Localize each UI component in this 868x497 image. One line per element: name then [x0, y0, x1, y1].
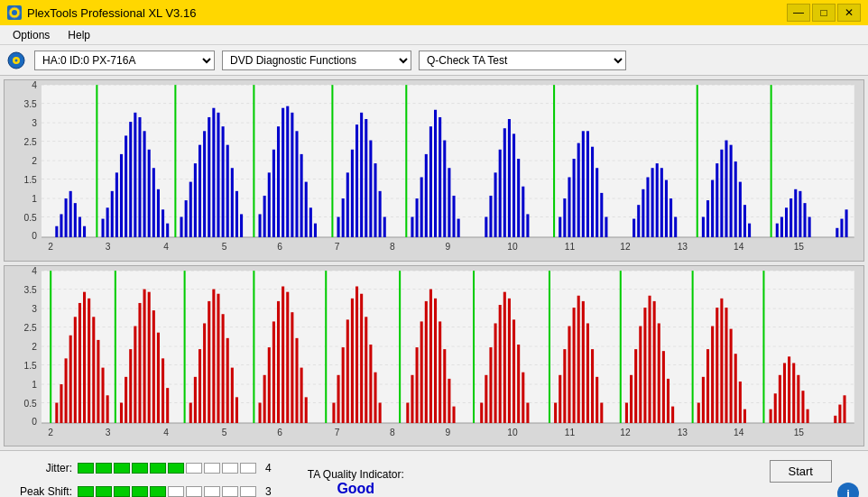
svg-rect-129: [660, 168, 663, 237]
svg-rect-297: [667, 378, 669, 422]
svg-rect-303: [711, 326, 714, 422]
jitter-label: Jitter:: [9, 462, 72, 474]
svg-rect-152: [808, 216, 811, 237]
svg-text:4: 4: [32, 80, 37, 90]
info-button[interactable]: i: [837, 483, 859, 497]
svg-rect-268: [499, 305, 502, 423]
svg-rect-72: [309, 207, 312, 237]
svg-text:3.5: 3.5: [24, 284, 38, 294]
svg-rect-200: [97, 340, 99, 423]
jitter-value: 4: [265, 462, 272, 474]
test-select[interactable]: Q-Check TA Test: [419, 51, 626, 70]
svg-text:3: 3: [106, 242, 111, 252]
svg-rect-46: [166, 224, 169, 237]
svg-rect-49: [189, 182, 192, 237]
svg-rect-273: [522, 372, 524, 422]
svg-rect-60: [240, 214, 243, 237]
menu-options[interactable]: Options: [5, 27, 57, 43]
svg-rect-79: [346, 172, 349, 237]
svg-text:0: 0: [32, 231, 37, 241]
svg-text:0: 0: [32, 417, 37, 427]
svg-rect-237: [300, 367, 303, 422]
svg-rect-231: [272, 321, 275, 423]
svg-text:4: 4: [163, 428, 169, 437]
progress-cell: [204, 463, 220, 474]
svg-rect-151: [803, 203, 806, 237]
svg-rect-80: [351, 150, 354, 237]
svg-rect-224: [226, 337, 229, 422]
svg-rect-232: [277, 301, 280, 423]
svg-rect-270: [508, 298, 511, 422]
svg-rect-244: [351, 298, 354, 422]
svg-rect-194: [69, 335, 72, 422]
progress-cell: [240, 486, 256, 497]
svg-text:9: 9: [446, 428, 451, 437]
svg-text:10: 10: [507, 428, 518, 437]
svg-text:14: 14: [734, 428, 744, 437]
progress-cell: [78, 463, 94, 474]
start-button[interactable]: Start: [770, 460, 832, 483]
svg-rect-90: [416, 198, 419, 237]
maximize-button[interactable]: □: [812, 4, 836, 22]
svg-rect-87: [383, 216, 386, 237]
svg-rect-266: [489, 347, 492, 423]
svg-rect-32: [101, 219, 104, 237]
drive-select[interactable]: HA:0 ID:0 PX-716A: [34, 51, 215, 70]
svg-rect-107: [512, 133, 515, 237]
jitter-bar: [78, 463, 256, 474]
menubar: Options Help: [0, 25, 868, 45]
svg-rect-306: [725, 308, 727, 423]
svg-rect-211: [152, 310, 155, 423]
svg-rect-292: [643, 308, 646, 423]
svg-rect-96: [443, 141, 446, 237]
svg-text:13: 13: [678, 428, 688, 437]
menu-help[interactable]: Help: [60, 27, 97, 43]
svg-rect-116: [582, 131, 585, 237]
minimize-button[interactable]: —: [787, 4, 810, 22]
progress-cell: [186, 463, 202, 474]
svg-rect-89: [411, 216, 413, 237]
svg-rect-66: [282, 108, 284, 237]
svg-rect-78: [342, 198, 345, 237]
svg-rect-73: [314, 224, 317, 237]
svg-rect-61: [259, 214, 262, 237]
svg-rect-54: [212, 108, 215, 237]
svg-rect-42: [148, 150, 151, 237]
progress-cell: [78, 486, 94, 497]
svg-rect-265: [485, 374, 487, 422]
svg-text:9: 9: [446, 242, 451, 252]
svg-text:12: 12: [620, 428, 631, 437]
svg-rect-91: [420, 177, 423, 237]
svg-rect-204: [120, 402, 123, 423]
svg-rect-317: [792, 363, 795, 423]
svg-text:2.5: 2.5: [24, 322, 38, 332]
svg-text:6: 6: [277, 242, 282, 252]
svg-text:14: 14: [734, 242, 744, 252]
close-button[interactable]: ✕: [837, 4, 861, 22]
svg-rect-45: [162, 209, 164, 237]
svg-text:4: 4: [32, 266, 37, 276]
svg-rect-77: [337, 216, 340, 237]
svg-rect-322: [834, 415, 836, 422]
svg-rect-105: [503, 128, 506, 237]
svg-text:7: 7: [335, 242, 340, 252]
svg-rect-141: [739, 182, 742, 237]
svg-rect-285: [596, 376, 598, 422]
svg-rect-269: [503, 291, 506, 422]
svg-rect-65: [277, 126, 280, 237]
svg-rect-44: [157, 189, 160, 237]
svg-rect-262: [452, 406, 455, 422]
progress-cell: [222, 463, 238, 474]
svg-rect-36: [120, 154, 123, 237]
svg-rect-85: [374, 163, 376, 237]
function-select[interactable]: DVD Diagnostic Functions: [222, 51, 411, 70]
svg-rect-26: [60, 214, 62, 237]
svg-rect-137: [720, 150, 723, 237]
svg-rect-324: [843, 395, 845, 423]
svg-rect-149: [794, 189, 797, 237]
svg-rect-94: [434, 110, 437, 237]
svg-rect-103: [494, 172, 497, 237]
svg-rect-309: [739, 382, 742, 423]
svg-rect-128: [656, 163, 659, 237]
bottom-chart-svg: 4 3.5 3 2.5 2 1.5 1 0.5 0: [5, 266, 863, 446]
